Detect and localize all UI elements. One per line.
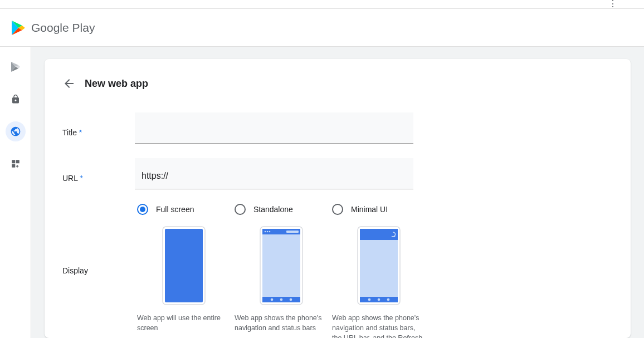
svg-point-13 <box>270 298 273 301</box>
radio-label-minimal-ui: Minimal UI <box>351 205 388 214</box>
globe-icon <box>10 126 21 137</box>
svg-point-15 <box>289 298 292 301</box>
url-input[interactable] <box>135 158 413 189</box>
svg-rect-17 <box>360 229 398 240</box>
display-option-full-screen[interactable]: Full screen Web app will use the entire … <box>135 204 232 338</box>
left-sidebar <box>0 47 31 338</box>
display-field-label: Display <box>62 204 135 275</box>
desc-minimal-ui: Web app shows the phone's navigation and… <box>332 313 425 338</box>
svg-point-21 <box>377 298 380 301</box>
radio-standalone[interactable] <box>235 204 246 215</box>
google-play-logo: Google Play <box>11 20 95 36</box>
desc-full-screen: Web app will use the entire screen <box>137 313 230 333</box>
kebab-menu-icon[interactable]: ⋮ <box>608 0 617 9</box>
sidebar-item-web-apps[interactable] <box>6 121 26 141</box>
title-field-label: Title * <box>62 112 135 137</box>
radio-full-screen[interactable] <box>137 204 148 215</box>
svg-rect-10 <box>286 231 299 233</box>
svg-rect-0 <box>12 160 15 163</box>
play-store-icon <box>10 61 21 73</box>
page-title: New web app <box>85 78 148 90</box>
svg-rect-1 <box>16 160 19 163</box>
new-web-app-card: New web app Title * URL * Display <box>45 59 631 338</box>
svg-rect-11 <box>262 234 300 297</box>
svg-point-8 <box>266 231 268 233</box>
sidebar-item-private-apps[interactable] <box>6 89 26 109</box>
svg-point-20 <box>368 298 370 301</box>
sidebar-item-organize-apps[interactable] <box>6 154 26 174</box>
phone-preview-standalone <box>260 226 303 305</box>
arrow-left-icon <box>62 77 76 90</box>
title-input[interactable] <box>135 112 413 144</box>
phone-preview-full-screen <box>162 226 206 305</box>
play-triangle-icon <box>11 20 26 36</box>
desc-standalone: Web app shows the phone's navigation and… <box>235 313 328 333</box>
phone-preview-minimal-ui <box>357 226 401 305</box>
display-option-minimal-ui[interactable]: Minimal UI <box>330 204 427 338</box>
radio-label-standalone: Standalone <box>253 205 293 214</box>
svg-point-14 <box>280 298 282 301</box>
sidebar-item-play-store[interactable] <box>6 57 26 77</box>
header-brand-text: Google Play <box>31 21 95 35</box>
google-play-header: Google Play <box>0 9 644 47</box>
svg-rect-18 <box>360 240 398 297</box>
svg-rect-4 <box>165 229 203 302</box>
url-field-label: URL * <box>62 158 135 183</box>
breadcrumb: ⋮ <box>0 0 644 9</box>
svg-rect-2 <box>12 164 15 168</box>
display-option-standalone[interactable]: Standalone <box>232 204 330 338</box>
back-button[interactable] <box>62 77 76 90</box>
radio-label-full-screen: Full screen <box>156 205 194 214</box>
svg-point-22 <box>387 298 389 301</box>
svg-point-9 <box>269 231 270 233</box>
widgets-icon <box>11 159 21 169</box>
lock-icon <box>11 94 21 105</box>
svg-point-7 <box>264 231 266 233</box>
radio-minimal-ui[interactable] <box>332 204 343 215</box>
